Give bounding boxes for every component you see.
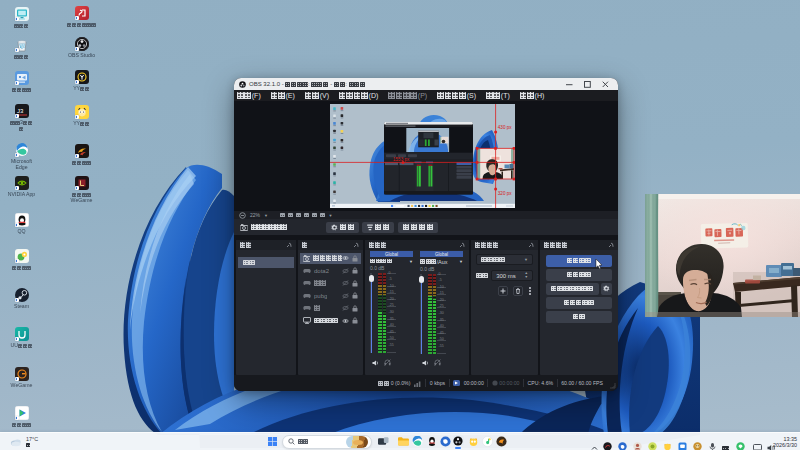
svg-text:430 px: 430 px: [498, 125, 512, 130]
svg-text:1553 px: 1553 px: [393, 157, 410, 162]
svg-text:320 px: 320 px: [498, 191, 512, 196]
